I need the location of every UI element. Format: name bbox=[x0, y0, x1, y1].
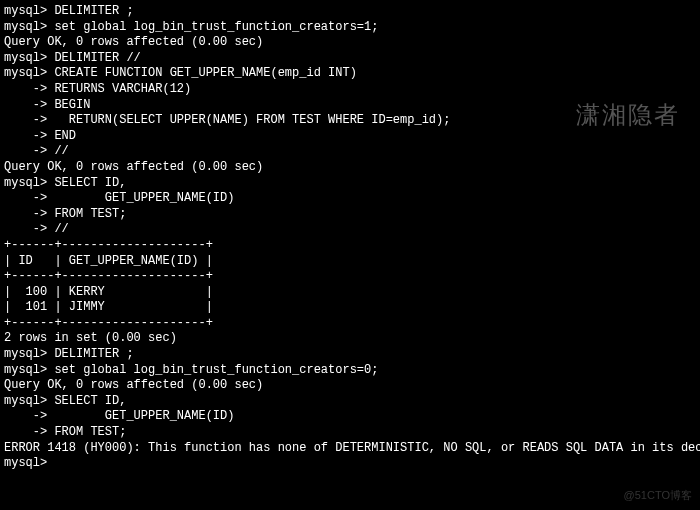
terminal-line: mysql> set global log_bin_trust_function… bbox=[4, 363, 696, 379]
terminal-line: Query OK, 0 rows affected (0.00 sec) bbox=[4, 35, 696, 51]
terminal-line: 2 rows in set (0.00 sec) bbox=[4, 331, 696, 347]
table-header: | ID | GET_UPPER_NAME(ID) | bbox=[4, 254, 696, 270]
watermark-text: 潇湘隐者 bbox=[576, 100, 680, 131]
prompt-line[interactable]: mysql> bbox=[4, 456, 696, 472]
table-row: | 101 | JIMMY | bbox=[4, 300, 696, 316]
terminal-line: mysql> CREATE FUNCTION GET_UPPER_NAME(em… bbox=[4, 66, 696, 82]
error-line: ERROR 1418 (HY000): This function has no… bbox=[4, 441, 696, 457]
terminal-line: Query OK, 0 rows affected (0.00 sec) bbox=[4, 378, 696, 394]
table-row: | 100 | KERRY | bbox=[4, 285, 696, 301]
terminal-line: mysql> set global log_bin_trust_function… bbox=[4, 20, 696, 36]
terminal-line: mysql> SELECT ID, bbox=[4, 394, 696, 410]
terminal-line: -> GET_UPPER_NAME(ID) bbox=[4, 191, 696, 207]
terminal-line: mysql> DELIMITER ; bbox=[4, 347, 696, 363]
table-border: +------+--------------------+ bbox=[4, 238, 696, 254]
terminal-line: mysql> DELIMITER // bbox=[4, 51, 696, 67]
table-border: +------+--------------------+ bbox=[4, 316, 696, 332]
terminal-line: mysql> DELIMITER ; bbox=[4, 4, 696, 20]
corner-watermark: @51CTO博客 bbox=[624, 488, 692, 502]
terminal-line: Query OK, 0 rows affected (0.00 sec) bbox=[4, 160, 696, 176]
terminal-line: -> FROM TEST; bbox=[4, 425, 696, 441]
table-border: +------+--------------------+ bbox=[4, 269, 696, 285]
terminal-line: -> FROM TEST; bbox=[4, 207, 696, 223]
terminal-line: -> GET_UPPER_NAME(ID) bbox=[4, 409, 696, 425]
terminal-line: -> // bbox=[4, 222, 696, 238]
terminal-line: -> RETURNS VARCHAR(12) bbox=[4, 82, 696, 98]
terminal-line: mysql> SELECT ID, bbox=[4, 176, 696, 192]
terminal-line: -> // bbox=[4, 144, 696, 160]
